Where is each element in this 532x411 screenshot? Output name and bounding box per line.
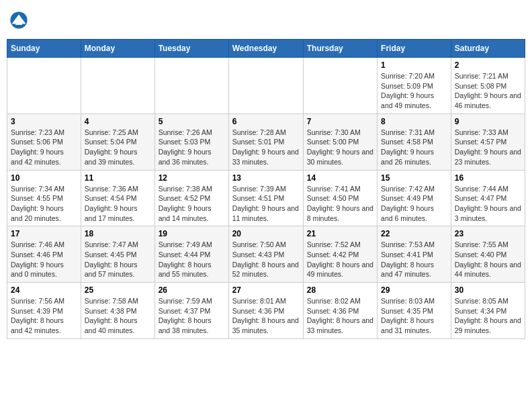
calendar-cell: 30Sunrise: 8:05 AM Sunset: 4:34 PM Dayli… [451,283,525,339]
calendar-cell: 5Sunrise: 7:26 AM Sunset: 5:03 PM Daylig… [154,113,228,170]
day-number: 29 [381,285,447,295]
day-info: Sunrise: 7:30 AM Sunset: 5:00 PM Dayligh… [307,128,373,167]
calendar-day-header: Wednesday [228,40,303,58]
calendar-cell: 12Sunrise: 7:38 AM Sunset: 4:52 PM Dayli… [154,170,228,226]
day-info: Sunrise: 7:59 AM Sunset: 4:37 PM Dayligh… [159,296,225,336]
day-info: Sunrise: 7:36 AM Sunset: 4:54 PM Dayligh… [85,184,151,224]
calendar-cell: 9Sunrise: 7:33 AM Sunset: 4:57 PM Daylig… [451,113,525,170]
calendar-day-header: Sunday [7,40,81,58]
calendar-cell: 1Sunrise: 7:20 AM Sunset: 5:09 PM Daylig… [378,58,451,114]
day-number: 24 [11,285,77,295]
day-info: Sunrise: 7:46 AM Sunset: 4:46 PM Dayligh… [11,240,77,279]
day-number: 6 [232,117,300,126]
calendar-cell: 13Sunrise: 7:39 AM Sunset: 4:51 PM Dayli… [228,170,303,226]
calendar-cell [303,58,377,114]
day-number: 13 [232,173,300,183]
calendar-day-header: Saturday [451,40,525,58]
calendar-cell: 11Sunrise: 7:36 AM Sunset: 4:54 PM Dayli… [81,170,154,226]
day-number: 16 [455,173,521,183]
calendar-cell: 28Sunrise: 8:02 AM Sunset: 4:36 PM Dayli… [303,283,377,339]
calendar-cell: 26Sunrise: 7:59 AM Sunset: 4:37 PM Dayli… [154,283,228,339]
calendar-cell: 17Sunrise: 7:46 AM Sunset: 4:46 PM Dayli… [7,226,81,283]
day-info: Sunrise: 7:23 AM Sunset: 5:06 PM Dayligh… [11,128,77,167]
day-info: Sunrise: 8:02 AM Sunset: 4:36 PM Dayligh… [307,296,373,336]
calendar-cell: 21Sunrise: 7:52 AM Sunset: 4:42 PM Dayli… [303,226,377,283]
day-info: Sunrise: 7:38 AM Sunset: 4:52 PM Dayligh… [159,184,225,224]
logo [9,11,31,30]
day-info: Sunrise: 7:47 AM Sunset: 4:45 PM Dayligh… [85,240,151,279]
day-info: Sunrise: 7:58 AM Sunset: 4:38 PM Dayligh… [85,296,151,336]
day-info: Sunrise: 7:25 AM Sunset: 5:04 PM Dayligh… [85,128,151,167]
calendar-day-header: Monday [81,40,154,58]
day-info: Sunrise: 7:44 AM Sunset: 4:47 PM Dayligh… [455,184,521,224]
day-info: Sunrise: 7:41 AM Sunset: 4:50 PM Dayligh… [307,184,373,224]
calendar-cell: 6Sunrise: 7:28 AM Sunset: 5:01 PM Daylig… [228,113,303,170]
day-number: 21 [307,229,373,238]
day-info: Sunrise: 7:49 AM Sunset: 4:44 PM Dayligh… [159,240,225,279]
calendar-cell [81,58,154,114]
calendar-cell: 10Sunrise: 7:34 AM Sunset: 4:55 PM Dayli… [7,170,81,226]
day-info: Sunrise: 7:39 AM Sunset: 4:51 PM Dayligh… [232,184,300,224]
calendar-cell: 23Sunrise: 7:55 AM Sunset: 4:40 PM Dayli… [451,226,525,283]
calendar-cell: 18Sunrise: 7:47 AM Sunset: 4:45 PM Dayli… [81,226,154,283]
svg-rect-2 [15,22,22,25]
day-number: 10 [11,173,77,183]
day-number: 26 [159,285,225,295]
day-number: 18 [85,229,151,238]
day-number: 15 [381,173,447,183]
day-info: Sunrise: 7:31 AM Sunset: 4:58 PM Dayligh… [381,128,447,167]
day-number: 1 [381,60,447,70]
day-info: Sunrise: 8:05 AM Sunset: 4:34 PM Dayligh… [455,296,521,336]
day-number: 11 [85,173,151,183]
day-number: 22 [381,229,447,238]
day-number: 14 [307,173,373,183]
calendar-week-row: 24Sunrise: 7:56 AM Sunset: 4:39 PM Dayli… [7,283,525,339]
day-number: 4 [85,117,151,126]
logo-icon [9,11,28,30]
day-number: 27 [232,285,300,295]
calendar-cell [7,58,81,114]
day-number: 30 [455,285,521,295]
day-info: Sunrise: 7:50 AM Sunset: 4:43 PM Dayligh… [232,240,300,279]
calendar-day-header: Thursday [303,40,377,58]
calendar-cell: 24Sunrise: 7:56 AM Sunset: 4:39 PM Dayli… [7,283,81,339]
calendar-cell [228,58,303,114]
day-info: Sunrise: 7:55 AM Sunset: 4:40 PM Dayligh… [455,240,521,279]
day-number: 25 [85,285,151,295]
day-info: Sunrise: 7:21 AM Sunset: 5:08 PM Dayligh… [455,71,521,111]
calendar-cell [154,58,228,114]
day-number: 9 [455,117,521,126]
page-header [7,7,525,34]
calendar-cell: 19Sunrise: 7:49 AM Sunset: 4:44 PM Dayli… [154,226,228,283]
calendar-cell: 15Sunrise: 7:42 AM Sunset: 4:49 PM Dayli… [378,170,451,226]
calendar-cell: 27Sunrise: 8:01 AM Sunset: 4:36 PM Dayli… [228,283,303,339]
day-info: Sunrise: 7:52 AM Sunset: 4:42 PM Dayligh… [307,240,373,279]
calendar-cell: 2Sunrise: 7:21 AM Sunset: 5:08 PM Daylig… [451,58,525,114]
day-number: 2 [455,60,521,70]
day-number: 17 [11,229,77,238]
calendar-week-row: 3Sunrise: 7:23 AM Sunset: 5:06 PM Daylig… [7,113,525,170]
day-number: 12 [159,173,225,183]
day-number: 7 [307,117,373,126]
calendar-week-row: 17Sunrise: 7:46 AM Sunset: 4:46 PM Dayli… [7,226,525,283]
day-number: 23 [455,229,521,238]
calendar-cell: 20Sunrise: 7:50 AM Sunset: 4:43 PM Dayli… [228,226,303,283]
day-info: Sunrise: 7:56 AM Sunset: 4:39 PM Dayligh… [11,296,77,336]
day-number: 19 [159,229,225,238]
day-info: Sunrise: 7:53 AM Sunset: 4:41 PM Dayligh… [381,240,447,279]
calendar-week-row: 10Sunrise: 7:34 AM Sunset: 4:55 PM Dayli… [7,170,525,226]
calendar-day-header: Tuesday [154,40,228,58]
day-number: 28 [307,285,373,295]
calendar-cell: 22Sunrise: 7:53 AM Sunset: 4:41 PM Dayli… [378,226,451,283]
day-info: Sunrise: 7:28 AM Sunset: 5:01 PM Dayligh… [232,128,300,167]
day-info: Sunrise: 7:20 AM Sunset: 5:09 PM Dayligh… [381,71,447,111]
calendar-table: SundayMondayTuesdayWednesdayThursdayFrid… [7,39,525,339]
day-number: 3 [11,117,77,126]
calendar-week-row: 1Sunrise: 7:20 AM Sunset: 5:09 PM Daylig… [7,58,525,114]
calendar-cell: 29Sunrise: 8:03 AM Sunset: 4:35 PM Dayli… [378,283,451,339]
day-info: Sunrise: 8:03 AM Sunset: 4:35 PM Dayligh… [381,296,447,336]
day-info: Sunrise: 7:34 AM Sunset: 4:55 PM Dayligh… [11,184,77,224]
day-info: Sunrise: 7:42 AM Sunset: 4:49 PM Dayligh… [381,184,447,224]
calendar-cell: 14Sunrise: 7:41 AM Sunset: 4:50 PM Dayli… [303,170,377,226]
calendar-cell: 25Sunrise: 7:58 AM Sunset: 4:38 PM Dayli… [81,283,154,339]
